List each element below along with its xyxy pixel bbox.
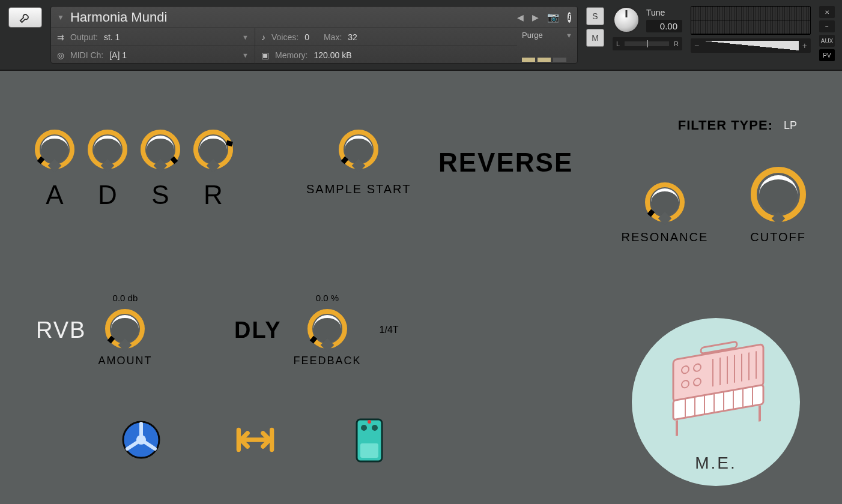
dropdown-icon: ▼ <box>566 32 572 39</box>
wrench-button[interactable] <box>8 7 42 28</box>
voices-icon: ♪ <box>261 32 265 42</box>
expand-icon: ▼ <box>57 13 64 22</box>
svg-point-6 <box>368 420 371 424</box>
cutoff-knob[interactable] <box>751 167 806 222</box>
reverb-amount-knob[interactable] <box>105 309 145 349</box>
mute-button[interactable]: M <box>586 29 604 47</box>
minimize-button[interactable]: − <box>819 20 835 32</box>
instrument-name: Harmonia Mundi <box>70 10 167 25</box>
output-meters <box>691 6 811 35</box>
tape-fx-button[interactable] <box>120 419 162 461</box>
delay-label: DLY <box>234 317 282 343</box>
voices-row: ♪ Voices: 0 Max: 32 <box>255 28 517 46</box>
midi-row[interactable]: ◎ MIDI Ch: [A] 1 ▼ <box>51 46 255 64</box>
next-preset-icon[interactable]: ▶ <box>532 13 539 22</box>
brand-logo: M.E. <box>632 318 800 486</box>
filter-type-label: FILTER TYPE: <box>678 118 773 133</box>
cutoff-label: CUTOFF <box>750 230 806 244</box>
midi-icon: ◎ <box>57 50 64 60</box>
release-knob[interactable] <box>193 130 233 169</box>
snapshot-icon[interactable]: 📷 <box>547 11 559 23</box>
sample-start-label: SAMPLE START <box>306 182 411 196</box>
attack-knob[interactable] <box>35 130 74 169</box>
reverse-button[interactable]: REVERSE <box>438 148 573 178</box>
memory-row: ▣ Memory: 120.00 kB <box>255 46 517 64</box>
aux-button[interactable]: AUX <box>819 35 835 47</box>
decay-knob[interactable] <box>88 130 127 169</box>
memory-indicator <box>522 58 572 62</box>
plus-icon[interactable]: + <box>802 41 807 50</box>
pan-slider[interactable]: L R <box>613 37 682 50</box>
reel-icon <box>121 420 161 460</box>
output-row[interactable]: ⇉ Output: st. 1 ▼ <box>51 28 255 46</box>
delay-value: 0.0 % <box>316 293 339 303</box>
reverb-value: 0.0 db <box>113 293 138 303</box>
svg-point-4 <box>361 425 367 431</box>
info-icon[interactable]: i <box>568 12 571 23</box>
width-fx-button[interactable] <box>234 419 276 461</box>
pedal-icon <box>354 416 384 464</box>
close-button[interactable]: ✕ <box>819 6 835 18</box>
pv-button[interactable]: PV <box>819 49 835 61</box>
svg-rect-3 <box>360 443 378 458</box>
adsr-section: A D S R <box>35 130 233 210</box>
sustain-label: S <box>141 180 180 210</box>
instrument-body: A D S R SAMPLE START REVERSE FILTER TYPE… <box>0 71 842 504</box>
minus-icon[interactable]: − <box>694 41 699 50</box>
delay-feedback-knob[interactable] <box>307 309 347 349</box>
kontakt-header: ▼ Harmonia Mundi ◀ ▶ 📷 i ⇉ Output: st. 1… <box>0 0 842 71</box>
tune-knob[interactable] <box>613 6 640 34</box>
instrument-info-panel: ▼ Harmonia Mundi ◀ ▶ 📷 i ⇉ Output: st. 1… <box>50 6 578 64</box>
route-icon: ⇉ <box>57 32 64 42</box>
brand-text: M.E. <box>695 454 737 473</box>
memory-icon: ▣ <box>261 50 269 60</box>
instrument-title-row[interactable]: ▼ Harmonia Mundi <box>51 7 517 28</box>
delay-feedback-label: FEEDBACK <box>294 355 362 367</box>
dropdown-icon: ▼ <box>242 34 249 41</box>
delay-time-value[interactable]: 1/4T <box>380 325 399 335</box>
volume-ramp-icon <box>703 41 799 50</box>
prev-preset-icon[interactable]: ◀ <box>517 13 524 22</box>
reverb-label: RVB <box>36 317 86 343</box>
pedal-fx-button[interactable] <box>348 419 390 461</box>
purge-menu[interactable]: Purge ▼ <box>522 31 572 40</box>
release-label: R <box>193 180 233 210</box>
tune-section: Tune 0.00 L R <box>613 6 682 64</box>
tune-value[interactable]: 0.00 <box>646 20 682 32</box>
volume-slider[interactable]: − + <box>691 38 811 53</box>
wrench-icon <box>19 11 32 24</box>
tune-label: Tune <box>646 8 682 17</box>
svg-point-5 <box>372 425 378 431</box>
reverb-amount-label: AMOUNT <box>98 355 152 367</box>
resonance-knob[interactable] <box>645 182 685 222</box>
decay-label: D <box>88 180 127 210</box>
solo-button[interactable]: S <box>586 7 604 25</box>
stretch-icon <box>234 427 276 453</box>
resonance-label: RESONANCE <box>622 230 709 244</box>
attack-label: A <box>35 180 74 210</box>
dropdown-icon: ▼ <box>242 52 249 59</box>
sample-start-knob[interactable] <box>339 130 378 169</box>
filter-type-value[interactable]: LP <box>784 119 797 132</box>
synth-illustration-icon <box>659 338 773 452</box>
sustain-knob[interactable] <box>141 130 180 169</box>
